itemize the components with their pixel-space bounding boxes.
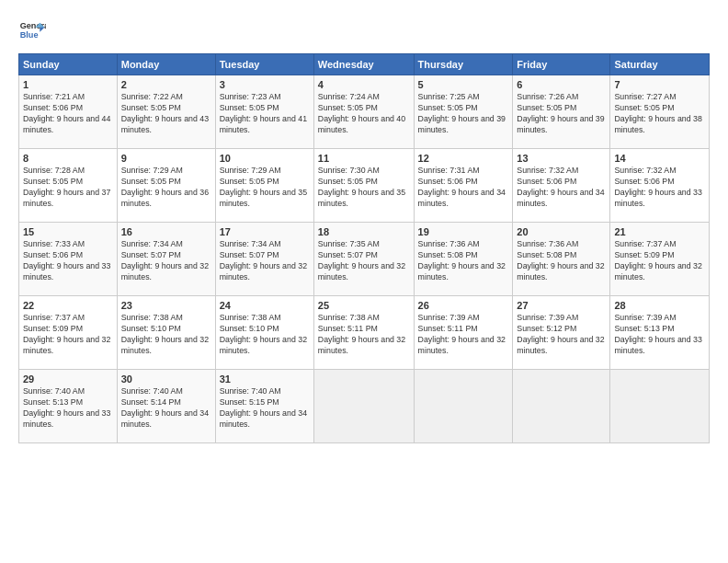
calendar-cell: 25Sunrise: 7:38 AMSunset: 5:11 PMDayligh… [313, 296, 414, 370]
calendar-cell: 28Sunrise: 7:39 AMSunset: 5:13 PMDayligh… [610, 296, 710, 370]
day-info: Sunrise: 7:36 AMSunset: 5:08 PMDaylight:… [418, 239, 509, 283]
calendar-week-row: 15Sunrise: 7:33 AMSunset: 5:06 PMDayligh… [19, 223, 710, 296]
day-number: 30 [121, 373, 211, 385]
day-number: 9 [121, 153, 211, 164]
day-info: Sunrise: 7:39 AMSunset: 5:12 PMDaylight:… [517, 313, 606, 357]
day-info: Sunrise: 7:25 AMSunset: 5:05 PMDaylight:… [418, 92, 509, 136]
svg-text:Blue: Blue [20, 30, 39, 40]
day-number: 14 [614, 153, 705, 164]
weekday-header-friday: Friday [513, 54, 610, 75]
calendar-cell: 10Sunrise: 7:29 AMSunset: 5:05 PMDayligh… [215, 149, 313, 223]
day-info: Sunrise: 7:38 AMSunset: 5:10 PMDaylight:… [220, 313, 310, 357]
day-info: Sunrise: 7:29 AMSunset: 5:05 PMDaylight:… [121, 166, 211, 210]
weekday-header-saturday: Saturday [610, 54, 710, 75]
day-info: Sunrise: 7:39 AMSunset: 5:11 PMDaylight:… [418, 313, 509, 357]
calendar-cell: 11Sunrise: 7:30 AMSunset: 5:05 PMDayligh… [313, 149, 414, 223]
day-number: 21 [614, 226, 705, 237]
day-info: Sunrise: 7:40 AMSunset: 5:14 PMDaylight:… [121, 386, 211, 431]
logo: General Blue [18, 17, 46, 44]
day-info: Sunrise: 7:38 AMSunset: 5:11 PMDaylight:… [318, 313, 410, 357]
day-number: 17 [220, 226, 310, 237]
calendar-cell: 19Sunrise: 7:36 AMSunset: 5:08 PMDayligh… [414, 223, 513, 296]
calendar-cell: 31Sunrise: 7:40 AMSunset: 5:15 PMDayligh… [215, 370, 313, 443]
day-info: Sunrise: 7:40 AMSunset: 5:15 PMDaylight:… [220, 386, 310, 431]
day-info: Sunrise: 7:21 AMSunset: 5:06 PMDaylight:… [23, 92, 113, 136]
calendar-cell: 20Sunrise: 7:36 AMSunset: 5:08 PMDayligh… [513, 223, 610, 296]
calendar-cell: 21Sunrise: 7:37 AMSunset: 5:09 PMDayligh… [610, 223, 710, 296]
calendar-cell: 18Sunrise: 7:35 AMSunset: 5:07 PMDayligh… [313, 223, 414, 296]
day-number: 16 [121, 226, 211, 237]
calendar-week-row: 22Sunrise: 7:37 AMSunset: 5:09 PMDayligh… [19, 296, 710, 370]
day-number: 6 [517, 79, 606, 90]
day-number: 24 [220, 300, 310, 311]
day-info: Sunrise: 7:26 AMSunset: 5:05 PMDaylight:… [517, 92, 606, 136]
calendar-week-row: 29Sunrise: 7:40 AMSunset: 5:13 PMDayligh… [19, 370, 710, 443]
calendar-cell: 4Sunrise: 7:24 AMSunset: 5:05 PMDaylight… [313, 75, 414, 149]
calendar-cell: 27Sunrise: 7:39 AMSunset: 5:12 PMDayligh… [513, 296, 610, 370]
calendar-cell: 22Sunrise: 7:37 AMSunset: 5:09 PMDayligh… [19, 296, 118, 370]
calendar-cell: 30Sunrise: 7:40 AMSunset: 5:14 PMDayligh… [117, 370, 215, 443]
day-info: Sunrise: 7:29 AMSunset: 5:05 PMDaylight:… [220, 166, 310, 210]
day-number: 7 [614, 79, 705, 90]
weekday-header-thursday: Thursday [414, 54, 513, 75]
calendar-cell: 13Sunrise: 7:32 AMSunset: 5:06 PMDayligh… [513, 149, 610, 223]
calendar-header-row: SundayMondayTuesdayWednesdayThursdayFrid… [19, 54, 710, 75]
calendar-cell [414, 370, 513, 443]
calendar-cell: 26Sunrise: 7:39 AMSunset: 5:11 PMDayligh… [414, 296, 513, 370]
weekday-header-wednesday: Wednesday [313, 54, 414, 75]
calendar-cell: 6Sunrise: 7:26 AMSunset: 5:05 PMDaylight… [513, 75, 610, 149]
day-number: 28 [614, 300, 705, 311]
day-number: 22 [23, 300, 113, 311]
calendar-cell [610, 370, 710, 443]
calendar-cell [513, 370, 610, 443]
day-info: Sunrise: 7:28 AMSunset: 5:05 PMDaylight:… [23, 166, 113, 210]
calendar-cell: 14Sunrise: 7:32 AMSunset: 5:06 PMDayligh… [610, 149, 710, 223]
calendar-week-row: 8Sunrise: 7:28 AMSunset: 5:05 PMDaylight… [19, 149, 710, 223]
day-number: 26 [418, 300, 509, 311]
calendar-cell: 9Sunrise: 7:29 AMSunset: 5:05 PMDaylight… [117, 149, 215, 223]
weekday-header-sunday: Sunday [19, 54, 118, 75]
day-info: Sunrise: 7:27 AMSunset: 5:05 PMDaylight:… [614, 92, 705, 136]
calendar-cell: 7Sunrise: 7:27 AMSunset: 5:05 PMDaylight… [610, 75, 710, 149]
day-info: Sunrise: 7:33 AMSunset: 5:06 PMDaylight:… [23, 239, 113, 283]
header: General Blue [18, 17, 710, 44]
day-info: Sunrise: 7:39 AMSunset: 5:13 PMDaylight:… [614, 313, 705, 357]
calendar-cell: 24Sunrise: 7:38 AMSunset: 5:10 PMDayligh… [215, 296, 313, 370]
calendar-cell: 5Sunrise: 7:25 AMSunset: 5:05 PMDaylight… [414, 75, 513, 149]
logo-icon: General Blue [18, 17, 46, 44]
weekday-header-tuesday: Tuesday [215, 54, 313, 75]
day-info: Sunrise: 7:35 AMSunset: 5:07 PMDaylight:… [318, 239, 410, 283]
day-number: 10 [220, 153, 310, 164]
calendar-cell: 17Sunrise: 7:34 AMSunset: 5:07 PMDayligh… [215, 223, 313, 296]
day-number: 31 [220, 373, 310, 385]
day-info: Sunrise: 7:34 AMSunset: 5:07 PMDaylight:… [121, 239, 211, 283]
day-info: Sunrise: 7:22 AMSunset: 5:05 PMDaylight:… [121, 92, 211, 136]
day-info: Sunrise: 7:36 AMSunset: 5:08 PMDaylight:… [517, 239, 606, 283]
calendar-cell: 12Sunrise: 7:31 AMSunset: 5:06 PMDayligh… [414, 149, 513, 223]
calendar-cell: 15Sunrise: 7:33 AMSunset: 5:06 PMDayligh… [19, 223, 118, 296]
day-number: 5 [418, 79, 509, 90]
day-number: 13 [517, 153, 606, 164]
day-number: 12 [418, 153, 509, 164]
day-info: Sunrise: 7:38 AMSunset: 5:10 PMDaylight:… [121, 313, 211, 357]
day-number: 11 [318, 153, 410, 164]
day-number: 1 [23, 79, 113, 90]
day-info: Sunrise: 7:32 AMSunset: 5:06 PMDaylight:… [517, 166, 606, 210]
day-number: 3 [220, 79, 310, 90]
day-info: Sunrise: 7:23 AMSunset: 5:05 PMDaylight:… [220, 92, 310, 136]
calendar-cell: 29Sunrise: 7:40 AMSunset: 5:13 PMDayligh… [19, 370, 118, 443]
day-number: 4 [318, 79, 410, 90]
day-info: Sunrise: 7:31 AMSunset: 5:06 PMDaylight:… [418, 166, 509, 210]
calendar-cell: 16Sunrise: 7:34 AMSunset: 5:07 PMDayligh… [117, 223, 215, 296]
day-number: 2 [121, 79, 211, 90]
day-info: Sunrise: 7:24 AMSunset: 5:05 PMDaylight:… [318, 92, 410, 136]
day-number: 27 [517, 300, 606, 311]
day-number: 25 [318, 300, 410, 311]
calendar-body: 1Sunrise: 7:21 AMSunset: 5:06 PMDaylight… [19, 75, 710, 443]
calendar-cell: 23Sunrise: 7:38 AMSunset: 5:10 PMDayligh… [117, 296, 215, 370]
day-number: 29 [23, 373, 113, 385]
calendar-cell: 1Sunrise: 7:21 AMSunset: 5:06 PMDaylight… [19, 75, 118, 149]
day-info: Sunrise: 7:34 AMSunset: 5:07 PMDaylight:… [220, 239, 310, 283]
calendar-week-row: 1Sunrise: 7:21 AMSunset: 5:06 PMDaylight… [19, 75, 710, 149]
day-info: Sunrise: 7:30 AMSunset: 5:05 PMDaylight:… [318, 166, 410, 210]
